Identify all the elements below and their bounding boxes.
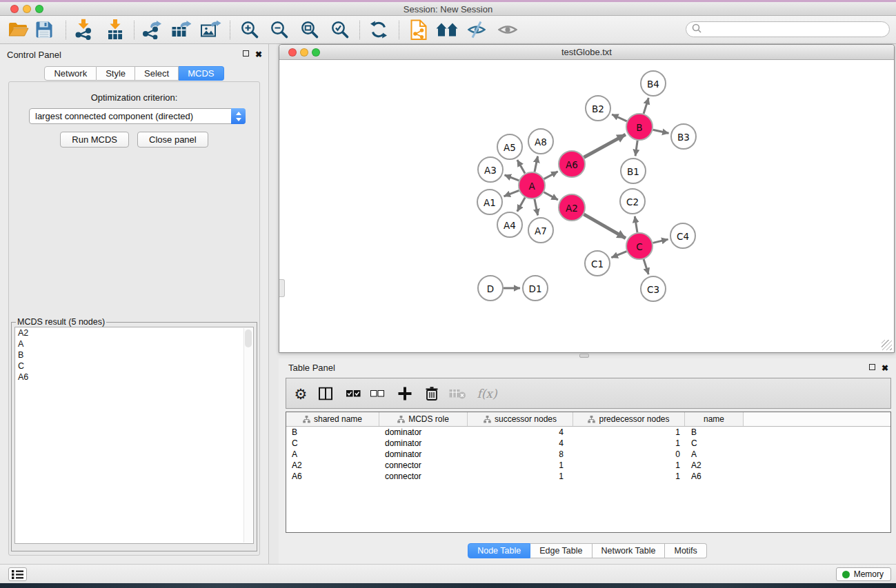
zoom-in-icon[interactable] (241, 21, 259, 39)
horizontal-divider-handle[interactable] (579, 354, 589, 358)
add-row-icon[interactable] (398, 386, 412, 401)
export-table-icon[interactable] (172, 20, 192, 39)
delete-row-icon[interactable] (426, 386, 438, 401)
network-close-traffic-light[interactable] (288, 48, 297, 57)
result-item[interactable]: A2 (15, 327, 253, 338)
graph-edge-A2-C[interactable] (584, 214, 626, 239)
table-close-panel-icon[interactable]: ✖ (882, 364, 888, 372)
table-row[interactable]: Cdominator41C (286, 438, 890, 449)
import-table-icon[interactable] (106, 19, 124, 40)
table-row[interactable]: A6connector11A6 (286, 471, 890, 482)
tab-select[interactable]: Select (135, 66, 179, 81)
table-settings-gear-icon[interactable]: ⚙ (295, 386, 308, 401)
graph-edge-C-C1[interactable] (611, 252, 626, 258)
column-header-name[interactable]: name (685, 412, 744, 426)
tab-network-table[interactable]: Network Table (593, 543, 666, 558)
session-title: Session: New Session (0, 4, 896, 14)
graph-edge-A-A4[interactable] (517, 197, 525, 211)
network-document-icon[interactable] (410, 19, 428, 41)
window-resize-grip[interactable] (882, 340, 892, 350)
float-panel-icon[interactable] (243, 50, 249, 57)
table-row[interactable]: Bdominator41B (286, 427, 890, 438)
table-cell: B (685, 427, 744, 438)
select-all-icon[interactable] (346, 389, 361, 398)
network-window-titlebar[interactable]: testGlobe.txt (279, 45, 894, 60)
close-panel-button[interactable]: Close panel (137, 132, 208, 148)
graph-edge-B-B2[interactable] (612, 114, 627, 121)
column-label: successor nodes (495, 414, 557, 424)
toolbar-separator (399, 21, 399, 39)
network-graph: B4B2BB3A8A5A6A3B1AC2A1A2A4A7C4CC1C3DD1 (280, 61, 893, 352)
table-cell: 0 (573, 449, 685, 460)
memory-button[interactable]: Memory (836, 567, 891, 581)
delete-table-icon[interactable] (449, 387, 466, 399)
graph-edge-B-B1[interactable] (635, 141, 637, 156)
column-header-MCDS-role[interactable]: MCDS role (379, 412, 468, 426)
result-item[interactable]: A (15, 338, 253, 349)
graph-edge-C-C3[interactable] (644, 259, 648, 274)
tab-style[interactable]: Style (97, 66, 135, 81)
graph-edge-A-A5[interactable] (517, 160, 525, 174)
table-row[interactable]: Adominator80A (286, 449, 890, 460)
graph-edge-A-A1[interactable] (504, 190, 519, 196)
export-network-icon[interactable] (141, 20, 161, 39)
result-scroll-thumb[interactable] (245, 330, 252, 347)
node-table: shared nameMCDS rolesuccessor nodesprede… (286, 412, 891, 533)
graph-node-label-A4: A4 (504, 220, 516, 231)
tab-node-table[interactable]: Node Table (468, 543, 530, 558)
criterion-dropdown[interactable]: largest connected component (directed) (29, 108, 246, 124)
graph-node-label-B4: B4 (647, 79, 659, 90)
table-row[interactable]: A2connector11A2 (286, 460, 890, 471)
node-table-body: Bdominator41BCdominator41CAdominator80AA… (286, 427, 890, 482)
tab-edge-table[interactable]: Edge Table (530, 543, 592, 558)
save-icon[interactable] (36, 21, 53, 39)
open-icon[interactable] (8, 21, 29, 38)
split-pane-handle[interactable] (279, 279, 285, 297)
zoom-fit-icon[interactable] (301, 21, 319, 39)
table-float-panel-icon[interactable] (869, 364, 875, 370)
column-header-shared-name[interactable]: shared name (286, 412, 379, 426)
graph-edge-B-B3[interactable] (653, 130, 669, 133)
tab-mcds[interactable]: MCDS (179, 66, 223, 81)
graph-edge-C-C2[interactable] (635, 216, 637, 233)
export-image-icon[interactable] (201, 21, 221, 39)
result-item[interactable]: C (15, 361, 253, 372)
graph-node-label-D: D (487, 283, 494, 294)
network-minimize-traffic-light[interactable] (300, 48, 308, 57)
zoom-out-icon[interactable] (270, 21, 289, 39)
graph-edge-A-A6[interactable] (544, 172, 558, 179)
tab-network[interactable]: Network (44, 66, 97, 81)
graph-edge-A6-B[interactable] (584, 134, 626, 157)
result-item[interactable]: A6 (15, 372, 253, 383)
column-label: shared name (314, 414, 362, 424)
search-input[interactable] (701, 23, 889, 36)
column-header-predecessor-nodes[interactable]: predecessor nodes (573, 412, 685, 426)
network-canvas[interactable]: B4B2BB3A8A5A6A3B1AC2A1A2A4A7C4CC1C3DD1 (280, 61, 893, 352)
zoom-selected-icon[interactable] (331, 21, 350, 39)
graph-edge-A-A3[interactable] (505, 175, 519, 181)
task-history-button[interactable] (8, 567, 27, 581)
graph-edge-C-C4[interactable] (653, 239, 668, 243)
show-view-icon[interactable] (498, 23, 517, 37)
mcds-result-group: MCDS result (5 nodes) A2ABCA6 (11, 317, 257, 551)
table-cell: 4 (468, 438, 573, 449)
close-panel-icon[interactable]: ✖ (255, 50, 262, 59)
result-scrollbar[interactable] (243, 328, 252, 543)
network-zoom-traffic-light[interactable] (312, 48, 320, 57)
graph-edge-A-A8[interactable] (535, 156, 538, 172)
result-item[interactable]: B (15, 349, 253, 361)
function-builder-icon[interactable]: f(x) (477, 387, 497, 401)
home-icon[interactable] (437, 22, 458, 38)
column-header-successor-nodes[interactable]: successor nodes (468, 412, 573, 426)
graph-edge-A-A2[interactable] (544, 192, 558, 200)
deselect-all-icon[interactable] (370, 390, 384, 397)
criterion-label: Optimization criterion: (9, 92, 259, 103)
graph-edge-B-B4[interactable] (644, 98, 648, 114)
graph-edge-A-A7[interactable] (535, 199, 538, 216)
import-network-icon[interactable] (74, 19, 93, 41)
run-mcds-button[interactable]: Run MCDS (60, 132, 129, 148)
refresh-icon[interactable] (370, 21, 388, 39)
hide-view-icon[interactable] (468, 21, 486, 39)
show-columns-icon[interactable] (319, 387, 332, 400)
tab-motifs[interactable]: Motifs (665, 543, 706, 558)
